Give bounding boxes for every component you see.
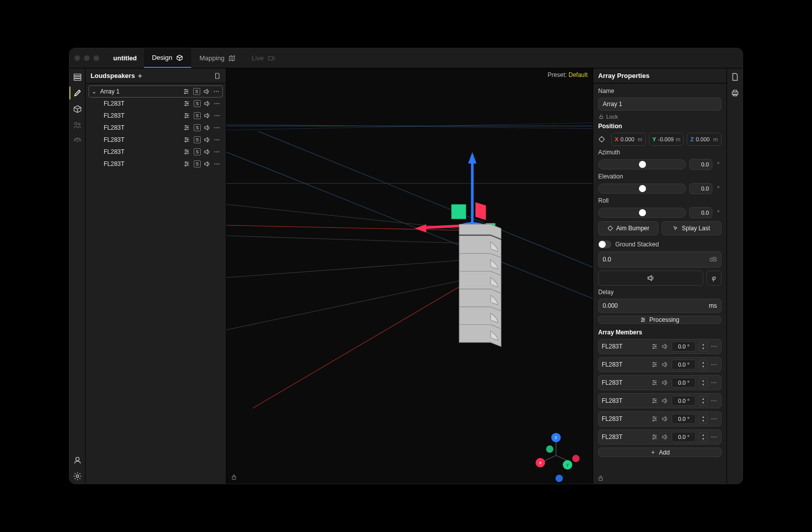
processing-button[interactable]: Processing (598, 316, 721, 324)
solo-button[interactable]: S (193, 88, 200, 95)
speaker-icon[interactable] (662, 433, 669, 440)
member-angle-input[interactable]: 0.0 ° (672, 396, 696, 406)
loudspeaker-row[interactable]: FL283T S ⋯ (89, 134, 223, 146)
sliders-icon[interactable] (184, 124, 191, 131)
more-icon[interactable]: ⋯ (711, 343, 718, 350)
loudspeaker-row[interactable]: FL283T S ⋯ (89, 158, 223, 170)
viewport-3d[interactable]: Preset: Default (226, 68, 593, 484)
speaker-icon[interactable] (662, 379, 669, 386)
solo-button[interactable]: S (194, 112, 201, 119)
sliders-icon[interactable] (183, 88, 190, 95)
window-controls[interactable] (74, 55, 99, 61)
rail-print-icon[interactable] (730, 88, 740, 98)
speaker-icon[interactable] (204, 124, 211, 131)
speaker-icon[interactable] (204, 100, 211, 107)
member-angle-input[interactable]: 0.0 ° (672, 414, 696, 424)
angle-stepper[interactable]: ▴▾ (699, 360, 708, 370)
array-member-row[interactable]: FL283T 0.0 ° ▴▾ ⋯ (598, 357, 721, 372)
angle-stepper[interactable]: ▴▾ (699, 396, 708, 406)
more-icon[interactable]: ⋯ (711, 379, 718, 386)
more-icon[interactable]: ⋯ (214, 160, 221, 167)
roll-slider[interactable] (598, 208, 686, 218)
sliders-icon[interactable] (184, 148, 191, 155)
rail-pencil-icon[interactable] (73, 88, 82, 98)
pos-z-input[interactable]: Z0.000m (687, 133, 721, 146)
speaker-icon[interactable] (204, 148, 211, 155)
delay-input[interactable]: 0.000 ms (598, 299, 721, 313)
member-angle-input[interactable]: 0.0 ° (672, 360, 696, 370)
sliders-icon[interactable] (184, 160, 191, 167)
speaker-icon[interactable] (203, 88, 210, 95)
solo-button[interactable]: S (194, 100, 201, 107)
name-input[interactable]: Array 1 (598, 98, 721, 111)
lock-toggle[interactable]: Lock (598, 114, 721, 120)
sliders-icon[interactable] (184, 136, 191, 143)
new-doc-icon[interactable] (214, 72, 221, 79)
rail-user-icon[interactable] (73, 456, 82, 465)
speaker-icon[interactable] (204, 160, 211, 167)
elevation-value[interactable]: 0.0 (689, 183, 712, 194)
tab-design[interactable]: Design (144, 48, 191, 68)
add-member-button[interactable]: ＋ Add (598, 448, 721, 457)
more-icon[interactable]: ⋯ (214, 100, 221, 107)
more-icon[interactable]: ⋯ (214, 136, 221, 143)
array-member-row[interactable]: FL283T 0.0 ° ▴▾ ⋯ (598, 393, 721, 408)
rail-cube-icon[interactable] (73, 105, 82, 114)
speaker-icon[interactable] (662, 343, 669, 350)
speaker-icon[interactable] (662, 415, 669, 422)
sliders-icon[interactable] (184, 112, 191, 119)
speaker-icon[interactable] (662, 361, 669, 368)
array-member-row[interactable]: FL283T 0.0 ° ▴▾ ⋯ (598, 375, 721, 390)
solo-button[interactable]: S (194, 136, 201, 143)
roll-value[interactable]: 0.0 (689, 207, 712, 218)
more-icon[interactable]: ⋯ (711, 397, 718, 404)
angle-stepper[interactable]: ▴▾ (699, 341, 708, 351)
loudspeaker-row[interactable]: FL283T S ⋯ (89, 98, 223, 110)
splay-last-button[interactable]: Splay Last (662, 221, 722, 235)
rail-gear-icon[interactable] (73, 472, 82, 481)
more-icon[interactable]: ⋯ (214, 148, 221, 155)
sliders-icon[interactable] (652, 379, 659, 386)
speaker-icon[interactable] (662, 397, 669, 404)
angle-stepper[interactable]: ▴▾ (699, 432, 708, 442)
speaker-icon[interactable] (204, 112, 211, 119)
solo-button[interactable]: S (194, 160, 201, 167)
angle-stepper[interactable]: ▴▾ (699, 414, 708, 424)
solo-button[interactable]: S (194, 124, 201, 131)
member-angle-input[interactable]: 0.0 ° (672, 432, 696, 442)
array-member-row[interactable]: FL283T 0.0 ° ▴▾ ⋯ (598, 429, 721, 445)
tab-live[interactable]: Live (243, 48, 283, 68)
gain-input[interactable]: 0.0 dB (598, 251, 721, 268)
sliders-icon[interactable] (652, 343, 659, 350)
rail-doc-icon[interactable] (730, 72, 740, 81)
aim-bumper-button[interactable]: Aim Bumper (598, 221, 659, 235)
azimuth-value[interactable]: 0.0 (689, 159, 712, 170)
more-icon[interactable]: ⋯ (214, 124, 221, 131)
pos-y-input[interactable]: Y-0.009m (649, 133, 684, 146)
loudspeaker-row[interactable]: FL283T S ⋯ (89, 146, 223, 158)
sliders-icon[interactable] (652, 397, 659, 404)
ground-stacked-toggle[interactable] (598, 240, 611, 248)
azimuth-slider[interactable] (598, 159, 686, 169)
sliders-icon[interactable] (652, 361, 659, 368)
more-icon[interactable]: ⋯ (711, 361, 718, 368)
rail-signal-icon[interactable] (73, 137, 82, 146)
more-icon[interactable]: ⋯ (711, 433, 718, 440)
speaker-icon[interactable] (204, 136, 211, 143)
array-member-row[interactable]: FL283T 0.0 ° ▴▾ ⋯ (598, 411, 721, 426)
sliders-icon[interactable] (652, 433, 659, 440)
more-icon[interactable]: ⋯ (711, 415, 718, 422)
polarity-button[interactable]: φ (706, 271, 721, 286)
sliders-icon[interactable] (184, 100, 191, 107)
more-icon[interactable]: ⋯ (214, 112, 221, 119)
sliders-icon[interactable] (652, 415, 659, 422)
pos-x-input[interactable]: X0.000m (611, 133, 646, 146)
mute-button[interactable] (598, 271, 703, 286)
array-row[interactable]: ⌄ Array 1 S ⋯ (89, 85, 223, 98)
member-angle-input[interactable]: 0.0 ° (672, 378, 696, 388)
position-target-icon[interactable] (598, 136, 608, 143)
chevron-down-icon[interactable]: ⌄ (91, 88, 97, 95)
rail-people-icon[interactable] (73, 121, 82, 130)
elevation-slider[interactable] (598, 184, 686, 194)
tab-mapping[interactable]: Mapping (191, 48, 243, 68)
